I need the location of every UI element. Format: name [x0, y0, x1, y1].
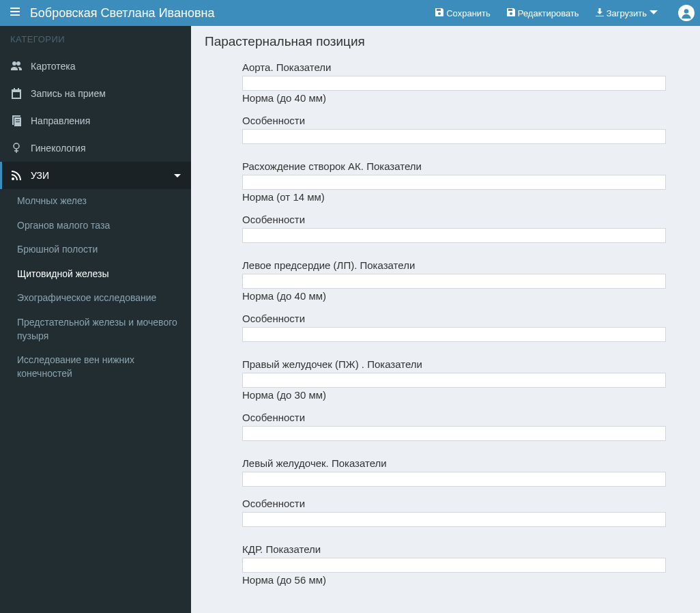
sub-item-predstatelnoy[interactable]: Предстательной железы и мочевого пузыря — [0, 311, 191, 348]
avatar[interactable] — [678, 5, 695, 21]
sidebar-item-label: УЗИ — [31, 170, 49, 181]
sub-item-molochnyh[interactable]: Молчных желез — [0, 189, 191, 214]
svg-rect-1 — [10, 11, 20, 12]
form-label: Аорта. Показатели — [242, 61, 666, 73]
sub-item-ven[interactable]: Исследование вен нижних конечностей — [0, 348, 191, 386]
save-button[interactable]: Сохранить — [427, 4, 499, 23]
form-hint: Норма (до 40 мм) — [242, 92, 666, 104]
download-icon — [596, 8, 604, 18]
edit-icon — [507, 8, 515, 18]
form-group-rashozdenie: Расхождение створок АК. Показатели Норма… — [242, 160, 666, 203]
sidebar-item-label: Запись на прием — [31, 88, 106, 99]
form-group-pravyy-zhel: Правый желудочек (ПЖ) . Показатели Норма… — [242, 358, 666, 401]
svg-point-8 — [12, 177, 14, 180]
sub-item-shchitovidnoy[interactable]: Щитовидной железы — [0, 262, 191, 287]
form-group-levoe-pred: Левое предсердие (ЛП). Показатели Норма … — [242, 259, 666, 302]
svg-rect-2 — [10, 14, 20, 16]
input-osobennosti-2[interactable] — [242, 228, 666, 243]
form-group-osobennosti-2: Особенности — [242, 214, 666, 243]
form-label: Правый желудочек (ПЖ) . Показатели — [242, 358, 666, 370]
form-label: КДР. Показатели — [242, 543, 666, 555]
form-label: Особенности — [242, 214, 666, 225]
svg-point-5 — [14, 143, 19, 149]
save-label: Сохранить — [446, 8, 491, 18]
input-rashozdenie[interactable] — [242, 175, 666, 190]
rss-icon — [10, 170, 23, 181]
sidebar-category-label: КАТЕГОРИИ — [0, 26, 191, 53]
form-group-osobennosti-1: Особенности — [242, 115, 666, 144]
sidebar-item-kartoteka[interactable]: Картотека — [0, 53, 191, 80]
save-icon — [435, 8, 443, 18]
documents-icon — [10, 115, 23, 126]
sidebar-item-zapis[interactable]: Запись на прием — [0, 80, 191, 107]
calendar-icon — [10, 88, 23, 99]
header-actions: Сохранить Редактировать Загрузить — [427, 4, 695, 23]
sidebar-item-napravleniya[interactable]: Направления — [0, 107, 191, 134]
edit-label: Редактировать — [518, 8, 579, 18]
sub-item-label: Предстательной железы и мочевого пузыря — [17, 317, 177, 341]
download-label: Загрузить — [607, 8, 647, 18]
form-area: Аорта. Показатели Норма (до 40 мм) Особе… — [205, 61, 686, 586]
form-label: Расхождение створок АК. Показатели — [242, 160, 666, 172]
page-title: Парастернальная позиция — [205, 34, 686, 49]
sub-item-taz[interactable]: Органов малого таза — [0, 214, 191, 238]
input-osobennosti-3[interactable] — [242, 327, 666, 342]
form-group-osobennosti-4: Особенности — [242, 412, 666, 441]
input-osobennosti-1[interactable] — [242, 129, 666, 144]
form-label: Особенности — [242, 115, 666, 126]
svg-rect-0 — [10, 8, 20, 9]
input-levoe-pred[interactable] — [242, 274, 666, 289]
input-osobennosti-4[interactable] — [242, 426, 666, 441]
download-button[interactable]: Загрузить — [587, 4, 666, 23]
sub-item-ehograf[interactable]: Эхографическое исследование — [0, 286, 191, 311]
chevron-down-icon — [174, 170, 181, 181]
sidebar-item-label: Направления — [31, 115, 90, 126]
form-group-osobennosti-5: Особенности — [242, 498, 666, 527]
female-icon — [10, 143, 23, 154]
form-label: Особенности — [242, 412, 666, 423]
sub-item-label: Эхографическое исследование — [17, 292, 156, 303]
header-bar: Бобровская Светлана Ивановна Сохранить Р… — [0, 0, 700, 26]
form-label: Особенности — [242, 498, 666, 509]
svg-point-4 — [684, 9, 689, 14]
form-group-osobennosti-3: Особенности — [242, 313, 666, 342]
form-hint: Норма (до 30 мм) — [242, 389, 666, 401]
form-group-levyy-zhel: Левый желудочек. Показатели — [242, 457, 666, 487]
input-aorta[interactable] — [242, 76, 666, 91]
form-hint: Норма (от 14 мм) — [242, 191, 666, 203]
header-title: Бобровская Светлана Ивановна — [30, 6, 427, 20]
sub-item-label: Молчных желез — [17, 195, 87, 206]
edit-button[interactable]: Редактировать — [499, 4, 587, 23]
input-levyy-zhel[interactable] — [242, 472, 666, 487]
sub-item-label: Щитовидной железы — [17, 268, 108, 279]
users-icon — [10, 61, 23, 72]
sidebar-item-label: Картотека — [31, 61, 75, 72]
menu-toggle-button[interactable] — [5, 7, 25, 19]
sub-item-bryushnoy[interactable]: Брюшной полости — [0, 238, 191, 262]
caret-down-icon — [650, 8, 658, 18]
form-label: Левый желудочек. Показатели — [242, 457, 666, 469]
sidebar-item-uzi[interactable]: УЗИ — [0, 162, 191, 189]
sub-item-label: Органов малого таза — [17, 220, 110, 231]
form-hint: Норма (до 56 мм) — [242, 574, 666, 586]
content-area: Парастернальная позиция Аорта. Показател… — [191, 26, 700, 613]
form-label: Особенности — [242, 313, 666, 324]
form-label: Левое предсердие (ЛП). Показатели — [242, 259, 666, 271]
sub-item-label: Исследование вен нижних конечностей — [17, 354, 134, 379]
hamburger-icon — [10, 7, 20, 19]
sidebar: КАТЕГОРИИ Картотека Запись на прием Напр… — [0, 26, 191, 613]
form-hint: Норма (до 40 мм) — [242, 290, 666, 302]
sub-item-label: Брюшной полости — [17, 244, 98, 255]
form-group-aorta: Аорта. Показатели Норма (до 40 мм) — [242, 61, 666, 104]
sidebar-item-label: Гинекология — [31, 143, 86, 154]
form-group-kdr: КДР. Показатели Норма (до 56 мм) — [242, 543, 666, 586]
input-kdr[interactable] — [242, 558, 666, 573]
sidebar-item-ginekologiya[interactable]: Гинекология — [0, 134, 191, 162]
input-pravyy-zhel[interactable] — [242, 373, 666, 388]
input-osobennosti-5[interactable] — [242, 512, 666, 527]
